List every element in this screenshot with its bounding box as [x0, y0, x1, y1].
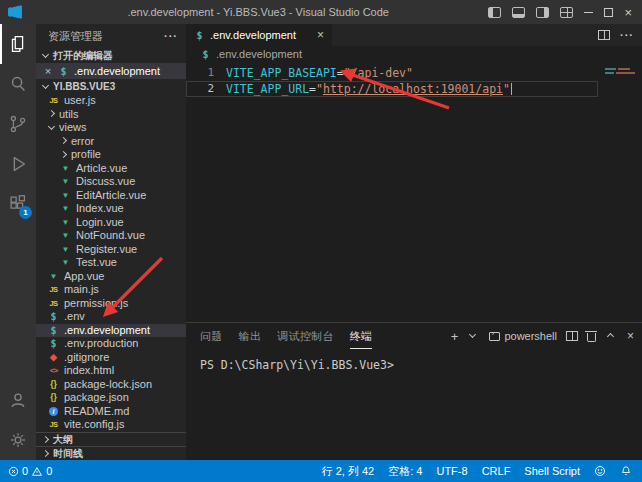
cursor-position[interactable]: 行 2, 列 42: [322, 464, 375, 479]
toggle-sidebar-icon[interactable]: [488, 7, 501, 18]
chevron-down-icon: [40, 51, 51, 61]
open-editors-header[interactable]: 打开的编辑器: [36, 48, 186, 63]
settings-gear-icon[interactable]: [0, 420, 36, 460]
tree-item[interactable]: index.html: [36, 364, 186, 378]
editor-group: .env.development × ··· .env.development …: [186, 24, 642, 460]
tab-debug-console[interactable]: 调试控制台: [277, 323, 334, 349]
chevron-right-icon: [58, 150, 69, 160]
tree-item[interactable]: package-lock.json: [36, 378, 186, 392]
json-icon: [46, 391, 61, 405]
error-icon: [8, 466, 19, 477]
code-line-2: 2VITE_APP_URL="http://localhost:19001/ap…: [186, 81, 598, 97]
explorer-more-actions-icon[interactable]: ···: [164, 30, 178, 42]
workspace-header[interactable]: YI.BBS.VUE3: [36, 79, 186, 94]
split-terminal-icon[interactable]: [566, 331, 578, 341]
url-link[interactable]: http://localhost:19001/api: [323, 82, 503, 96]
tree-item[interactable]: Test.vue: [36, 256, 186, 270]
tree-folder[interactable]: profile: [36, 148, 186, 162]
panel-header: 问题 输出 调试控制台 终端 + powershell ×: [186, 323, 642, 349]
close-editor-icon[interactable]: ×: [42, 65, 54, 77]
encoding[interactable]: UTF-8: [436, 465, 467, 477]
chevron-right-icon: [58, 136, 69, 146]
vue-icon: [58, 175, 73, 189]
search-icon[interactable]: [0, 64, 36, 104]
language-mode[interactable]: Shell Script: [524, 465, 580, 477]
tree-item[interactable]: permission.js: [36, 297, 186, 311]
tree-item[interactable]: NotFound.vue: [36, 229, 186, 243]
split-editor-icon[interactable]: [598, 30, 610, 40]
open-editor-item[interactable]: × .env.development: [36, 63, 186, 79]
chevron-right-icon: [40, 449, 51, 459]
tree-item[interactable]: .env.production: [36, 337, 186, 351]
tab-terminal[interactable]: 终端: [350, 323, 373, 349]
toggle-panel-icon[interactable]: [512, 7, 525, 18]
run-debug-icon[interactable]: [0, 144, 36, 184]
minimap[interactable]: [600, 62, 642, 322]
vue-icon: [58, 216, 73, 230]
tree-item[interactable]: user.js: [36, 94, 186, 108]
customize-layout-icon[interactable]: [560, 7, 573, 18]
breadcrumb[interactable]: .env.development: [186, 46, 642, 62]
tree-item-env-development[interactable]: .env.development: [36, 324, 186, 338]
vue-icon: [58, 189, 73, 203]
kill-terminal-icon[interactable]: [587, 333, 596, 342]
problems-status[interactable]: 0 0: [8, 465, 52, 477]
tree-folder[interactable]: utils: [36, 108, 186, 122]
feedback-smiley-icon[interactable]: [594, 465, 606, 477]
vue-icon: [58, 202, 73, 216]
vue-icon: [58, 229, 73, 243]
notifications-bell-icon[interactable]: [620, 465, 632, 477]
close-button[interactable]: ×: [624, 6, 632, 19]
json-icon: [46, 378, 61, 392]
terminal-dropdown-icon[interactable]: [467, 331, 478, 341]
source-control-icon[interactable]: [0, 104, 36, 144]
window-title: .env.development - Yi.BBS.Vue3 - Visual …: [28, 6, 488, 18]
tree-item[interactable]: vite.config.js: [36, 418, 186, 432]
tree-item[interactable]: Register.vue: [36, 243, 186, 257]
tab-env-development[interactable]: .env.development ×: [186, 24, 332, 46]
tree-item[interactable]: EditArticle.vue: [36, 189, 186, 203]
extensions-icon[interactable]: 1: [0, 184, 36, 224]
terminal[interactable]: PS D:\CSharp\Yi\Yi.BBS.Vue3>: [186, 349, 642, 372]
tree-item[interactable]: README.md: [36, 405, 186, 419]
code-editor[interactable]: 1VITE_APP_BASEAPI="/api-dev" 2VITE_APP_U…: [186, 62, 642, 322]
tree-item[interactable]: App.vue: [36, 270, 186, 284]
extensions-badge: 1: [19, 206, 32, 219]
text-cursor: [511, 83, 512, 95]
html-icon: [46, 364, 61, 378]
new-terminal-icon[interactable]: +: [451, 330, 459, 343]
editor-more-actions-icon[interactable]: ···: [620, 29, 634, 41]
vscode-window: .env.development - Yi.BBS.Vue3 - Visual …: [0, 0, 642, 482]
tree-folder[interactable]: views: [36, 121, 186, 135]
eol-sequence[interactable]: CRLF: [482, 465, 511, 477]
minimize-button[interactable]: [584, 12, 593, 13]
toggle-secondary-sidebar-icon[interactable]: [536, 7, 549, 18]
tree-folder[interactable]: error: [36, 135, 186, 149]
tree-item[interactable]: .env: [36, 310, 186, 324]
tab-output[interactable]: 输出: [239, 323, 262, 349]
close-panel-icon[interactable]: ×: [627, 329, 634, 343]
tab-problems[interactable]: 问题: [200, 323, 223, 349]
maximize-panel-icon[interactable]: [605, 331, 616, 341]
account-icon[interactable]: [0, 380, 36, 420]
tree-item[interactable]: main.js: [36, 283, 186, 297]
chevron-down-icon: [40, 82, 51, 92]
vue-icon: [58, 243, 73, 257]
tree-item[interactable]: Index.vue: [36, 202, 186, 216]
timeline-section[interactable]: 时间线: [36, 446, 186, 460]
outline-section[interactable]: 大纲: [36, 432, 186, 446]
js-icon: [46, 297, 61, 311]
tree-item[interactable]: Discuss.vue: [36, 175, 186, 189]
maximize-button[interactable]: [604, 8, 613, 17]
shell-file-icon: [192, 30, 207, 41]
close-tab-icon[interactable]: ×: [315, 28, 326, 42]
shell-file-icon: [56, 66, 71, 77]
tree-item[interactable]: package.json: [36, 391, 186, 405]
explorer-icon[interactable]: [0, 24, 36, 64]
tree-item[interactable]: .gitignore: [36, 351, 186, 365]
js-icon: [46, 418, 61, 432]
indentation[interactable]: 空格: 4: [388, 464, 422, 479]
tree-item[interactable]: Article.vue: [36, 162, 186, 176]
tree-item[interactable]: Login.vue: [36, 216, 186, 230]
terminal-shell-selector[interactable]: powershell: [489, 330, 557, 342]
